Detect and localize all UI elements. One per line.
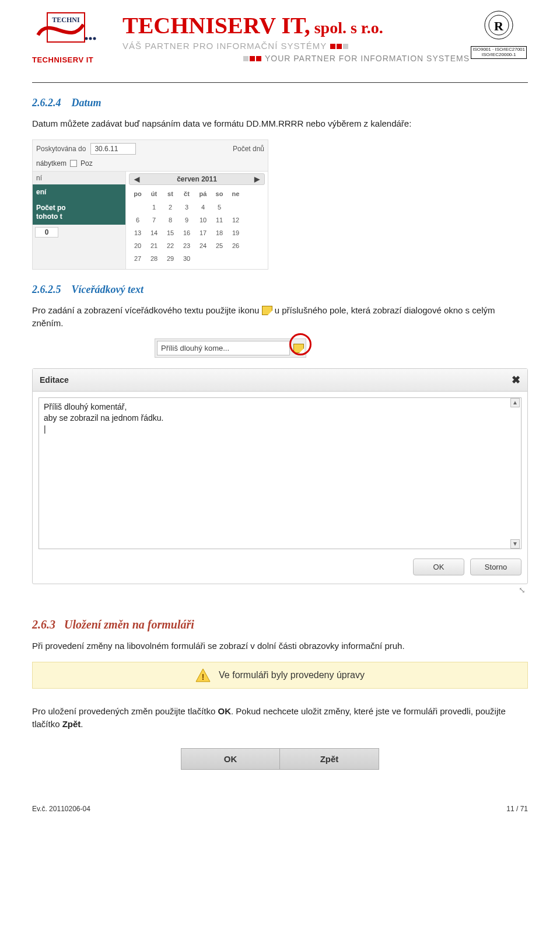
sidebar-label-ni: ní	[33, 172, 125, 184]
cal-next-month[interactable]: ▶	[253, 175, 261, 183]
dow-so: so	[212, 188, 227, 200]
logo-caption: TECHNISERV IT	[32, 55, 102, 64]
cal-day[interactable]: 10	[195, 214, 211, 226]
multiline-textarea[interactable]: Příliš dlouhý komentář, aby se zobrazil …	[38, 397, 522, 549]
cal-day[interactable]: 1	[146, 201, 162, 213]
cal-day[interactable]: 21	[146, 240, 162, 252]
footer-page-number: 11 / 71	[506, 805, 528, 813]
cal-day[interactable]: 26	[228, 240, 243, 252]
scroll-up-icon[interactable]: ▲	[510, 398, 520, 407]
inline-text-field[interactable]: Příliš dlouhý kome...	[157, 341, 290, 355]
storno-button[interactable]: Storno	[470, 558, 522, 575]
header-divider	[32, 82, 528, 83]
red-highlight-circle	[289, 333, 312, 355]
cal-day[interactable]: 24	[195, 240, 211, 252]
sidebar-label-eni: ení	[33, 184, 125, 200]
svg-point-2	[85, 37, 88, 40]
ok-button[interactable]: OK	[413, 558, 464, 575]
label-pocet-dnu: Počet dnů	[233, 145, 264, 153]
cal-day[interactable]: 14	[146, 227, 162, 239]
document-header: TECHNI TECHNISERV IT TECHNISERV IT, spol…	[32, 12, 528, 79]
cal-day[interactable]: 6	[130, 214, 145, 226]
resize-grip-icon[interactable]: ⤡	[32, 585, 528, 595]
dow-ct: čt	[179, 188, 194, 200]
scroll-down-icon[interactable]: ▼	[510, 539, 520, 549]
paragraph-save: Pro uložení provedených změn použijte tl…	[32, 705, 528, 731]
techniserv-logo: TECHNI TECHNISERV IT	[32, 12, 102, 64]
cal-day[interactable]: 18	[212, 227, 227, 239]
checkbox-poz[interactable]	[70, 160, 77, 167]
cal-day[interactable]: 17	[195, 227, 211, 239]
ok-button[interactable]: OK	[181, 748, 280, 770]
company-title: TECHNISERV IT, spol. s r.o.	[123, 12, 383, 39]
cal-day[interactable]: 13	[130, 227, 145, 239]
svg-text:!: !	[202, 672, 205, 682]
cal-day[interactable]: 5	[212, 201, 227, 213]
svg-text:TECHNI: TECHNI	[52, 16, 80, 24]
label-poz: Poz	[80, 159, 93, 167]
calendar-grid: po út st čt pá so ne 1 2 3 4 5	[129, 187, 244, 266]
svg-point-4	[93, 37, 96, 40]
zpet-button[interactable]: Zpět	[280, 748, 379, 770]
cal-day[interactable]: 9	[179, 214, 194, 226]
editace-dialog: Editace ✖ Příliš dlouhý komentář, aby se…	[32, 368, 528, 584]
tagline-en: YOUR PARTNER FOR INFORMATION SYSTEMS	[243, 54, 470, 63]
heading-263: 2.6.3 Uložení změn na formuláři	[32, 618, 528, 631]
cal-prev-month[interactable]: ◀	[132, 175, 141, 183]
cal-day[interactable]: 15	[163, 227, 178, 239]
tagline-cs: VÁŠ PARTNER PRO INFORMAČNÍ SYSTÉMY	[123, 41, 349, 51]
cal-day[interactable]: 25	[212, 240, 227, 252]
cal-day[interactable]: 19	[228, 227, 243, 239]
inline-field-screenshot: Příliš dlouhý kome...	[155, 338, 306, 358]
label-nabytkem: nábytkem	[36, 159, 66, 167]
cert-badge: R ISO9001 · ISO/IEC27001 ISO/IEC20000-1	[471, 10, 527, 59]
paragraph-2625: Pro zadání a zobrazení víceřádkového tex…	[32, 304, 528, 330]
cal-day[interactable]: 20	[130, 240, 145, 252]
label-poskytovana-do: Poskytována do	[36, 145, 86, 153]
cal-day[interactable]: 3	[179, 201, 194, 213]
date-input[interactable]: 30.6.11	[90, 143, 136, 155]
dow-ut: út	[146, 188, 162, 200]
svg-point-3	[89, 37, 92, 40]
paragraph-2624: Datum můžete zadávat buď napsáním data v…	[32, 117, 528, 130]
sidebar-label-pocet-tohoto: Počet po tohoto t	[33, 200, 125, 225]
cal-day[interactable]: 30	[179, 253, 194, 264]
ok-zpet-buttons: OK Zpět	[32, 748, 528, 770]
sidebar-zero: 0	[35, 227, 58, 238]
dialog-title: Editace	[40, 375, 69, 385]
svg-text:R: R	[494, 19, 504, 33]
cal-month-label: červen 2011	[177, 175, 217, 183]
cal-day[interactable]: 22	[163, 240, 178, 252]
dow-pa: pá	[195, 188, 211, 200]
footer-evidence-number: Ev.č. 20110206-04	[32, 805, 90, 813]
paragraph-263: Při provedení změny na libovolném formul…	[32, 640, 528, 652]
close-icon[interactable]: ✖	[512, 373, 520, 386]
heading-2625: 2.6.2.5 Víceřádkový text	[32, 284, 528, 296]
sticky-note-icon	[262, 306, 272, 315]
dow-po: po	[130, 188, 145, 200]
heading-2624: 2.6.2.4 Datum	[32, 97, 528, 109]
warning-text: Ve formuláři byly provedeny úpravy	[219, 670, 365, 680]
cal-day[interactable]: 27	[130, 253, 145, 264]
page-footer: Ev.č. 20110206-04 11 / 71	[32, 805, 528, 813]
cal-day[interactable]: 23	[179, 240, 194, 252]
cal-day[interactable]: 28	[146, 253, 162, 264]
cal-day[interactable]: 11	[212, 214, 227, 226]
dow-ne: ne	[228, 188, 243, 200]
warning-bar: ! Ve formuláři byly provedeny úpravy	[32, 662, 528, 689]
warning-icon: !	[195, 668, 211, 682]
cal-day[interactable]: 2	[163, 201, 178, 213]
dow-st: st	[163, 188, 178, 200]
cal-day[interactable]: 4	[195, 201, 211, 213]
cal-day[interactable]: 29	[163, 253, 178, 264]
cal-day[interactable]: 16	[179, 227, 194, 239]
calendar-screenshot: Poskytována do 30.6.11 Počet dnů nábytke…	[32, 139, 268, 270]
cal-day[interactable]: 12	[228, 214, 243, 226]
cal-day[interactable]: 8	[163, 214, 178, 226]
cal-day[interactable]: 7	[146, 214, 162, 226]
